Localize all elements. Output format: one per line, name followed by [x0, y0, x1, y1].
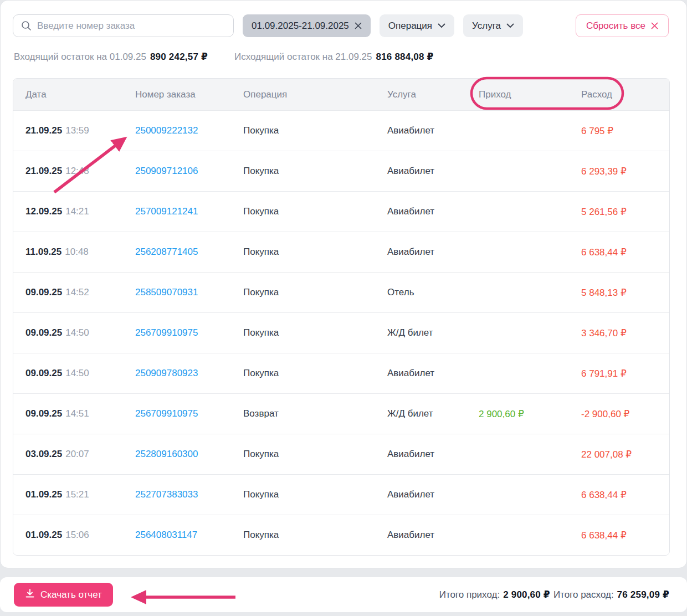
cell-service: Авиабилет	[387, 449, 479, 460]
cell-date: 03.09.2520:07	[25, 449, 135, 460]
total-income-value: 2 900,60 ₽	[503, 589, 550, 600]
table-row: 09.09.2514:50 250909780923 Покупка Авиаб…	[13, 353, 669, 393]
cell-expense: 6 293,39 ₽	[581, 166, 657, 177]
cell-date: 21.09.2513:59	[25, 125, 135, 136]
column-header-order: Номер заказа	[135, 89, 243, 100]
order-number-link[interactable]: 252809160300	[135, 449, 198, 459]
cell-service: Авиабилет	[387, 489, 479, 500]
cell-order: 250909780923	[135, 368, 243, 379]
footer-bar: Скачать отчет Итого приход: 2 900,60 ₽ И…	[0, 577, 687, 612]
row-time: 12:48	[65, 166, 89, 176]
cell-date: 01.09.2515:21	[25, 489, 135, 500]
table-row: 21.09.2512:48 250909712106 Покупка Авиаб…	[13, 151, 669, 191]
cell-service: Авиабилет	[387, 125, 479, 136]
filter-bar: 01.09.2025-21.09.2025 Операция Услуга	[13, 14, 669, 37]
cell-order: 256709910975	[135, 327, 243, 338]
order-number-link[interactable]: 250909712106	[135, 166, 198, 176]
cell-order: 252707383033	[135, 489, 243, 500]
table-body: 21.09.2513:59 250009222132 Покупка Авиаб…	[13, 110, 669, 555]
column-header-service: Услуга	[387, 89, 479, 100]
cell-service: Авиабилет	[387, 206, 479, 217]
row-date: 11.09.25	[25, 247, 61, 257]
table-row: 01.09.2515:21 252707383033 Покупка Авиаб…	[13, 474, 669, 515]
download-report-label: Скачать отчет	[40, 589, 102, 600]
row-date: 09.09.25	[25, 287, 62, 297]
service-filter-dropdown[interactable]: Услуга	[463, 14, 523, 37]
table-row: 09.09.2514:52 258509070931 Покупка Отель…	[13, 272, 669, 312]
order-number-link[interactable]: 256208771405	[135, 247, 198, 257]
cell-order: 252809160300	[135, 449, 243, 460]
cell-date: 11.09.2510:48	[25, 247, 135, 258]
total-income-label: Итого приход:	[439, 589, 500, 600]
cell-order: 257009121241	[135, 206, 243, 217]
chevron-down-icon	[438, 23, 445, 28]
row-date: 09.09.25	[25, 327, 62, 338]
cell-operation: Возврат	[243, 408, 387, 419]
row-date: 12.09.25	[25, 206, 62, 217]
date-range-close-icon[interactable]	[355, 22, 362, 29]
cell-operation: Покупка	[243, 206, 387, 217]
cell-operation: Покупка	[243, 449, 387, 460]
download-report-button[interactable]: Скачать отчет	[14, 583, 113, 607]
incoming-balance-value: 890 242,57 ₽	[150, 52, 208, 62]
column-header-operation: Операция	[243, 89, 387, 100]
table-row: 12.09.2514:21 257009121241 Покупка Авиаб…	[13, 191, 669, 232]
cell-expense: 6 638,44 ₽	[581, 247, 657, 258]
order-number-link[interactable]: 258509070931	[135, 287, 198, 297]
cell-service: Ж/Д билет	[387, 327, 479, 338]
order-number-link[interactable]: 250009222132	[135, 125, 198, 136]
reset-all-button[interactable]: Сбросить все	[576, 14, 669, 37]
cell-order: 256709910975	[135, 408, 243, 419]
row-time: 14:51	[65, 408, 89, 419]
cell-expense: 6 791,91 ₽	[581, 368, 657, 379]
table-row: 01.09.2515:06 256408031147 Покупка Авиаб…	[13, 515, 669, 555]
date-range-label: 01.09.2025-21.09.2025	[252, 20, 349, 32]
cell-expense: 5 848,13 ₽	[581, 287, 657, 299]
table-row: 03.09.2520:07 252809160300 Покупка Авиаб…	[13, 434, 669, 474]
order-number-link[interactable]: 257009121241	[135, 206, 198, 217]
cell-expense: 22 007,08 ₽	[581, 449, 657, 460]
order-number-link[interactable]: 256408031147	[135, 530, 197, 540]
report-panel: 01.09.2025-21.09.2025 Операция Услуга	[0, 0, 687, 568]
reset-all-label: Сбросить все	[586, 20, 645, 32]
cell-order: 258509070931	[135, 287, 243, 298]
cell-date: 09.09.2514:52	[25, 287, 135, 298]
row-time: 15:21	[65, 489, 89, 500]
cell-operation: Покупка	[243, 166, 387, 177]
order-number-link[interactable]: 256709910975	[135, 327, 198, 338]
cell-expense: 6 638,44 ₽	[581, 489, 657, 501]
date-range-chip[interactable]: 01.09.2025-21.09.2025	[243, 14, 371, 37]
order-number-link[interactable]: 252707383033	[135, 489, 198, 500]
operation-filter-dropdown[interactable]: Операция	[380, 14, 454, 37]
cell-order: 250009222132	[135, 125, 243, 136]
row-time: 20:07	[65, 449, 89, 459]
search-input[interactable]	[37, 20, 225, 32]
cell-operation: Покупка	[243, 327, 387, 338]
row-date: 21.09.25	[25, 166, 62, 176]
incoming-balance-label: Входящий остаток на 01.09.25	[14, 52, 146, 62]
order-number-link[interactable]: 250909780923	[135, 368, 198, 378]
row-date: 09.09.25	[25, 368, 62, 378]
table-row: 09.09.2514:51 256709910975 Возврат Ж/Д б…	[13, 393, 669, 434]
order-search[interactable]	[13, 14, 234, 37]
row-date: 01.09.25	[25, 530, 62, 540]
transactions-table: Дата Номер заказа Операция Услуга Приход…	[13, 78, 670, 556]
cell-operation: Покупка	[243, 125, 387, 136]
cell-service: Авиабилет	[387, 530, 479, 541]
cell-operation: Покупка	[243, 368, 387, 379]
cell-service: Отель	[387, 287, 479, 298]
row-date: 03.09.25	[25, 449, 62, 459]
row-time: 14:52	[65, 287, 89, 297]
row-time: 13:59	[65, 125, 89, 136]
table-row: 21.09.2513:59 250009222132 Покупка Авиаб…	[13, 110, 669, 151]
cell-date: 21.09.2512:48	[25, 166, 135, 177]
cell-date: 01.09.2515:06	[25, 530, 135, 541]
order-number-link[interactable]: 256709910975	[135, 408, 198, 419]
row-date: 01.09.25	[25, 489, 62, 500]
chevron-down-icon	[506, 23, 514, 28]
row-date: 09.09.25	[25, 408, 62, 419]
cell-income: 2 900,60 ₽	[479, 408, 581, 420]
row-date: 21.09.25	[25, 125, 62, 136]
incoming-balance: Входящий остаток на 01.09.25890 242,57 ₽	[14, 51, 208, 63]
cell-service: Ж/Д билет	[387, 408, 479, 419]
